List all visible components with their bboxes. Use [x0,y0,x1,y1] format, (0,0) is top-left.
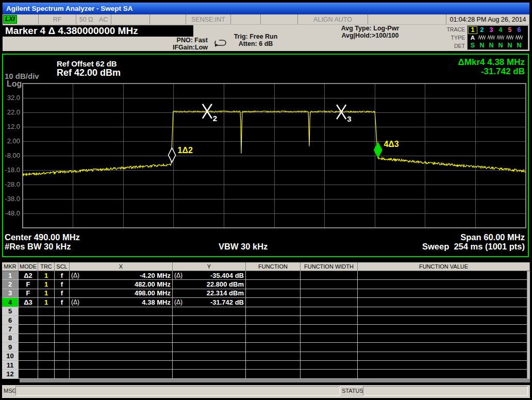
cell-trc: 1 [38,298,55,307]
delta-prefix: (Δ) [174,272,182,279]
cell-fv [358,343,530,352]
trace-type-row: A [468,34,528,42]
cell-scl [55,361,70,370]
trace-legend-box: 1 2 3 4 5 6 A S N N N N N [467,25,528,50]
ref-offset-text: Ref Offset 62 dB [57,59,117,68]
marker-table-row[interactable]: 8 [2,334,530,343]
marker-table-row[interactable]: 1Δ21f(Δ)-4.20 MHz(Δ)-35.404 dB [2,271,530,280]
status-field [363,386,528,396]
cell-scl: f [55,298,70,307]
trace-3-button[interactable]: 3 [487,27,496,34]
cell-mkr: 12 [2,370,19,378]
cell-trc [38,307,55,316]
cell-trc [38,361,55,370]
table-horizontal-scrollbar[interactable] [20,379,530,382]
delta-marker-ampl-readout: -31.742 dB [481,66,525,77]
cell-scl: f [55,271,70,280]
trace-type-waveform-icon [514,35,524,42]
cell-fv [358,325,530,334]
marker-table-row[interactable]: 12 [2,370,530,378]
cell-fn [246,307,301,316]
status-segment-input: 50 Ω AC [76,14,111,24]
cell-mode: F [19,280,38,289]
marker-2-subscript: 2 [213,114,217,123]
trace-5-button[interactable]: 5 [505,27,514,34]
pno-settings: PNO: Fast IFGain:Low [167,37,208,51]
marker-4[interactable]: 4Δ3 [374,140,398,158]
trigger-settings: Trig: Free Run Atten: 6 dB [228,34,284,47]
cell-mkr: 7 [2,325,19,334]
cell-fn [246,298,301,307]
cell-value: -4.20 MHz [140,272,171,279]
cell-fn [246,334,301,343]
datetime-text: 01:04:28 PM Aug 26, 2014 [450,16,526,23]
cell-fv [358,298,530,307]
status-strip: LXI RF 50 Ω AC SENSE:INT ALIGN AUTO 01:0… [3,14,529,25]
marker-table-row[interactable]: 11 [2,361,530,370]
trace-legend-label: TRACE [438,26,465,32]
status-segment-empty-1 [111,14,150,24]
pno-value: PNO: Fast [167,37,208,44]
marker-table-row[interactable]: 7 [2,325,530,334]
cell-fv [358,307,530,316]
detector-3: N [487,42,496,49]
cell-fv [358,334,530,343]
cell-x: (Δ)4.38 MHz [70,298,173,307]
marker-1[interactable]: 1Δ2 [169,146,193,162]
cell-mkr: 8 [2,334,19,343]
trigger-value: Trig: Free Run [228,34,284,41]
ref-level-text: Ref 42.00 dBm [57,68,121,78]
cell-fv [358,271,530,280]
cell-x [70,334,173,343]
marker-table-row[interactable]: 10 [2,352,530,361]
status-segment-empty-2 [150,14,186,24]
table-vertical-scrollbar[interactable] [527,271,530,379]
col-header-function-width: FUNCTION WIDTH [301,262,358,271]
trace-type-waveform-icon [505,35,514,42]
marker-table-row[interactable]: 2F1f482.00 MHz22.800 dBm [2,280,530,289]
det-legend-label: DET [438,43,465,49]
graticule [23,84,526,228]
marker-3[interactable]: 3 [337,105,351,123]
cell-y [173,370,246,378]
col-header-mkr: MKR [2,262,19,271]
cell-y [173,325,246,334]
marker-table-row[interactable]: 4Δ31f(Δ)4.38 MHz(Δ)-31.742 dB [2,298,530,307]
trace-type-waveform-icon [477,35,487,42]
status-segment-lxi: LXI [3,14,39,24]
trace-4-button[interactable]: 4 [496,27,505,34]
rf-indicator: RF [53,16,62,23]
cell-x [70,361,173,370]
cell-fn [246,316,301,325]
cell-x [70,370,173,378]
cell-value: 22.314 dBm [207,289,244,297]
cell-trc [38,343,55,352]
col-header-function-value: FUNCTION VALUE [358,262,530,271]
cell-y [173,343,246,352]
marker-table-row[interactable]: 5 [2,307,530,316]
cell-x: 498.00 MHz [70,289,173,298]
cell-mode: Δ2 [19,271,38,280]
cell-mode [19,325,38,334]
cell-fn [246,370,301,378]
col-header-y: Y [173,262,246,271]
instrument-screen: Agilent Spectrum Analyzer - Swept SA LXI… [0,0,532,400]
cell-x [70,325,173,334]
marker-table-header: MKR MODE TRC SCL X Y FUNCTION FUNCTION W… [2,262,530,271]
cell-value: -31.742 dB [210,298,244,306]
cell-value: 482.00 MHz [135,280,171,288]
marker-table-row[interactable]: 9 [2,343,530,352]
cell-fn [246,325,301,334]
trace-1-button[interactable]: 1 [468,26,477,34]
marker-2[interactable]: 2 [203,104,217,123]
coupling-indicator: AC [99,16,108,23]
cell-fw [301,343,358,352]
cell-fn [246,271,301,280]
cell-scl: f [55,280,70,289]
marker-table-row[interactable]: 3F1f498.00 MHz22.314 dBm [2,289,530,298]
cell-mode [19,334,38,343]
trace-2-button[interactable]: 2 [477,27,487,34]
cell-scl [55,343,70,352]
marker-table-row[interactable]: 6 [2,316,530,325]
trace-6-button[interactable]: 6 [514,27,524,34]
